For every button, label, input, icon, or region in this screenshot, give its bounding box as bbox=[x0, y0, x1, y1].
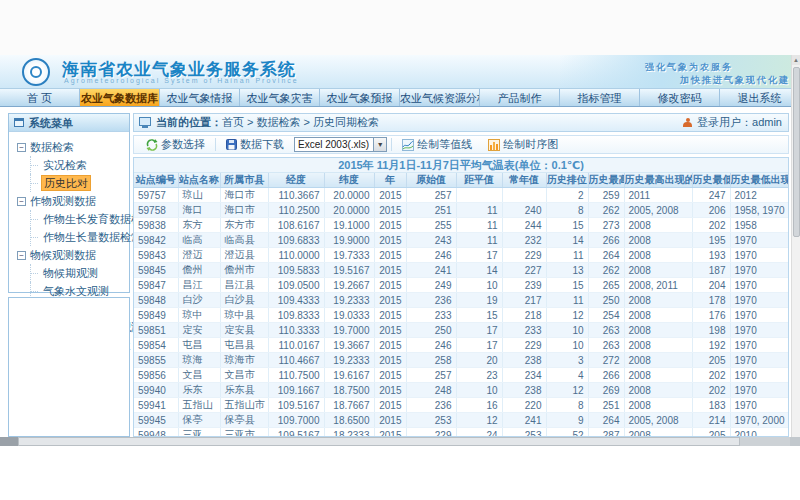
column-header[interactable]: 距平值 bbox=[456, 173, 502, 188]
nav-tab[interactable]: 首 页 bbox=[0, 89, 80, 106]
table-cell: 2015 bbox=[374, 263, 406, 278]
format-select[interactable]: Excel 2003(.xls) ▼ bbox=[294, 137, 387, 152]
column-header[interactable]: 历史最低出现的年份 bbox=[730, 173, 789, 188]
table-row[interactable]: 59758海口海口市110.250020.0000201525111240826… bbox=[134, 203, 789, 218]
table-cell: 59848 bbox=[134, 293, 178, 308]
column-header[interactable]: 经度 bbox=[268, 173, 324, 188]
table-cell: 20 bbox=[456, 353, 502, 368]
nav-tab[interactable]: 修改密码 bbox=[640, 89, 720, 106]
table-cell: 19.2667 bbox=[324, 278, 374, 293]
draw-timeseries-label: 绘制时序图 bbox=[503, 137, 558, 152]
horizontal-scroll-thumb[interactable] bbox=[18, 437, 740, 446]
table-cell: 1970 bbox=[730, 368, 789, 383]
table-cell: 2015 bbox=[374, 278, 406, 293]
column-header[interactable]: 历史最高 bbox=[588, 173, 624, 188]
nav-tab[interactable]: 产品制作 bbox=[480, 89, 560, 106]
table-cell: 2015 bbox=[374, 218, 406, 233]
nav-tab[interactable]: 农业气候资源分析 bbox=[400, 89, 480, 106]
tree-child-item[interactable]: 作物生长发育数据检索 bbox=[30, 210, 129, 228]
column-header[interactable]: 年 bbox=[374, 173, 406, 188]
tree-child-item[interactable]: 作物生长量数据检索 bbox=[30, 228, 129, 246]
column-header[interactable]: 所属市县 bbox=[220, 173, 268, 188]
tree-child-item[interactable]: 历史比对 bbox=[30, 174, 129, 192]
sidebar-header: 系统菜单 bbox=[9, 114, 129, 132]
table-cell: 109.7000 bbox=[268, 413, 324, 428]
tree-parent-item[interactable]: −数据检索 bbox=[17, 138, 129, 156]
vertical-scrollbar[interactable]: ▲ bbox=[791, 55, 800, 437]
column-header[interactable]: 常年值 bbox=[502, 173, 546, 188]
table-row[interactable]: 59849琼中琼中县109.833319.0333201523315218122… bbox=[134, 308, 789, 323]
browser-empty-strip bbox=[0, 0, 800, 55]
column-header[interactable]: 站点名称 bbox=[178, 173, 220, 188]
table-row[interactable]: 59843澄迈澄迈县110.000019.7333201524617229112… bbox=[134, 248, 789, 263]
nav-tab[interactable]: 农业气象灾害 bbox=[240, 89, 320, 106]
nav-tab[interactable]: 农业气象情报 bbox=[160, 89, 240, 106]
column-header[interactable]: 原始值 bbox=[406, 173, 456, 188]
scroll-up-arrow-icon[interactable]: ▲ bbox=[792, 55, 800, 65]
format-select-value: Excel 2003(.xls) bbox=[298, 139, 369, 150]
column-header[interactable]: 历史最高出现的年份 bbox=[624, 173, 692, 188]
column-header[interactable]: 站点编号 bbox=[134, 173, 178, 188]
nav-tab[interactable]: 指标管理 bbox=[560, 89, 640, 106]
table-row[interactable]: 59855琼海琼海市110.466719.2333201525820238327… bbox=[134, 353, 789, 368]
table-row[interactable]: 59948三亚三亚市109.516718.23332015229-2425352… bbox=[134, 428, 789, 438]
table-row[interactable]: 59940乐东乐东县109.166718.7500201524810238122… bbox=[134, 383, 789, 398]
table-cell: 2005, 2008 bbox=[624, 203, 692, 218]
table-row[interactable]: 59842临高临高县109.683319.9000201524311232142… bbox=[134, 233, 789, 248]
table-cell: 2015 bbox=[374, 293, 406, 308]
table-cell: 232 bbox=[502, 233, 546, 248]
vertical-scroll-thumb[interactable] bbox=[793, 67, 800, 237]
horizontal-scrollbar[interactable] bbox=[0, 437, 800, 446]
table-cell: 193 bbox=[692, 248, 730, 263]
table-cell: 109.5833 bbox=[268, 263, 324, 278]
table-cell: 263 bbox=[588, 338, 624, 353]
table-cell: 保亭县 bbox=[220, 413, 268, 428]
param-select-button[interactable]: 参数选择 bbox=[140, 136, 211, 153]
tree-child-item[interactable]: 实况检索 bbox=[30, 156, 129, 174]
collapse-minus-icon[interactable]: − bbox=[17, 251, 26, 260]
tree-child-item[interactable]: 物候期观测 bbox=[30, 264, 129, 282]
sidebar-empty-panel bbox=[8, 297, 130, 437]
table-cell: 1970 bbox=[730, 353, 789, 368]
table-cell: 110.3333 bbox=[268, 323, 324, 338]
table-cell: 20.0000 bbox=[324, 188, 374, 203]
table-cell: 229 bbox=[502, 248, 546, 263]
table-row[interactable]: 59847昌江昌江县109.050019.2667201524910239152… bbox=[134, 278, 789, 293]
table-row[interactable]: 59854屯昌屯昌县110.016719.3667201524617229102… bbox=[134, 338, 789, 353]
table-row[interactable]: 59848白沙白沙县109.433319.2333201523619217112… bbox=[134, 293, 789, 308]
table-row[interactable]: 59856文昌文昌市110.750019.6167201525723234426… bbox=[134, 368, 789, 383]
column-header[interactable]: 历史排位 bbox=[546, 173, 588, 188]
table-cell: 定安县 bbox=[220, 323, 268, 338]
table-cell: 272 bbox=[588, 353, 624, 368]
table-cell: 东方 bbox=[178, 218, 220, 233]
column-header[interactable]: 纬度 bbox=[324, 173, 374, 188]
header-banner: 强化气象为农服务 加快推进气象现代化建设 bbox=[560, 55, 791, 89]
table-row[interactable]: 59851定安定安县110.333319.7000201525017233102… bbox=[134, 323, 789, 338]
table-row[interactable]: 59838东方东方市108.616719.1000201525511244152… bbox=[134, 218, 789, 233]
column-header[interactable]: 历史最低 bbox=[692, 173, 730, 188]
nav-tab[interactable]: 农业气象数据库 bbox=[80, 89, 160, 106]
nav-tab[interactable]: 退出系统 bbox=[720, 89, 800, 106]
nav-tab[interactable]: 农业气象预报 bbox=[320, 89, 400, 106]
data-download-button[interactable]: 数据下载 bbox=[220, 136, 290, 153]
tree-parent-item[interactable]: −物候观测数据 bbox=[17, 246, 129, 264]
collapse-minus-icon[interactable]: − bbox=[17, 143, 26, 152]
table-cell: 217 bbox=[502, 293, 546, 308]
table-row[interactable]: 59757琼山海口市110.366720.0000201525722592011… bbox=[134, 188, 789, 203]
collapse-minus-icon[interactable]: − bbox=[17, 197, 26, 206]
tree-parent-item[interactable]: −作物观测数据 bbox=[17, 192, 129, 210]
floppy-disk-icon bbox=[226, 139, 237, 150]
table-cell: 临高 bbox=[178, 233, 220, 248]
draw-timeseries-button[interactable]: 绘制时序图 bbox=[482, 136, 564, 153]
table-cell: 17 bbox=[456, 338, 502, 353]
draw-contour-button[interactable]: 绘制等值线 bbox=[396, 136, 478, 153]
table-cell: 1958, 1970 bbox=[730, 203, 789, 218]
table-cell: 110.0000 bbox=[268, 248, 324, 263]
table-row[interactable]: 59945保亭保亭县109.700018.6500201525312241926… bbox=[134, 413, 789, 428]
table-cell: 109.0500 bbox=[268, 278, 324, 293]
data-download-label: 数据下载 bbox=[240, 137, 284, 152]
scroll-left-button[interactable] bbox=[0, 437, 18, 446]
table-row[interactable]: 59941五指山五指山市109.516718.76672015236162208… bbox=[134, 398, 789, 413]
table-row[interactable]: 59845儋州儋州市109.583319.5167201524114227132… bbox=[134, 263, 789, 278]
table-cell: 2015 bbox=[374, 233, 406, 248]
